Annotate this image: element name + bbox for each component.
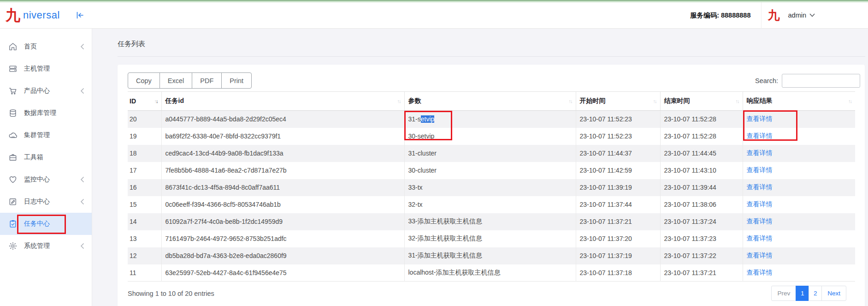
pagination-page-1[interactable]: 1	[796, 286, 809, 301]
cell-id: 20	[128, 111, 161, 128]
cell-param: localhost-添加主机获取主机信息	[404, 264, 576, 282]
search-input[interactable]	[782, 74, 860, 88]
view-details-link[interactable]: 查看详情	[747, 269, 773, 276]
pagination: Prev12Next	[771, 286, 846, 301]
column-header-结束时间[interactable]: 结束时间↑↓	[660, 92, 743, 111]
sidebar-item-label: 日志中心	[24, 198, 50, 206]
column-label: 响应结果	[747, 97, 773, 105]
cell-end-time: 23-10-07 11:38:06	[660, 196, 743, 213]
export-copy-button[interactable]: Copy	[128, 72, 160, 89]
view-details-link[interactable]: 查看详情	[747, 252, 773, 259]
sidebar-item-产品中心[interactable]: 产品中心	[0, 80, 92, 102]
table-row: 168673f41c-dc13-4f5a-894d-8c0aff7aa61133…	[128, 179, 855, 196]
cell-id: 12	[128, 247, 161, 264]
app-window: 九 niversal 服务编码: 88888888 九 admin 首页主机管理…	[0, 0, 868, 306]
brand: 九 niversal	[0, 2, 92, 28]
cell-param: 31-setvip	[404, 111, 576, 128]
table-row: 18ced9cac4-13cd-44b9-9a08-fb1dac9f133a31…	[128, 145, 855, 162]
table-row: 19ba69f2f2-6338-40e7-8bfd-8322cc9379f130…	[128, 128, 855, 145]
cell-start-time: 23-10-07 11:37:18	[576, 264, 660, 282]
view-details-link[interactable]: 查看详情	[747, 132, 773, 139]
view-details-link[interactable]: 查看详情	[747, 183, 773, 191]
column-label: 参数	[408, 97, 421, 105]
cell-id: 19	[128, 128, 161, 145]
host-server-icon	[8, 64, 18, 73]
pagination-next-button[interactable]: Next	[821, 286, 846, 301]
selected-text: etvip	[421, 115, 435, 123]
view-details-link[interactable]: 查看详情	[747, 166, 773, 174]
sidebar-item-label: 主机管理	[24, 65, 50, 73]
task-table-card: CopyExcelPDFPrint Search: ID↑↓任务id↑↓参数↑↓…	[118, 65, 865, 306]
chevron-left-icon	[80, 243, 84, 249]
sidebar-item-日志中心[interactable]: 日志中心	[0, 191, 92, 213]
cell-id: 18	[128, 145, 161, 162]
cell-response: 查看详情	[743, 264, 855, 282]
table-row: 12db5ba28d-bd7a-4363-b2e8-eda0ac2860f931…	[128, 247, 855, 264]
cell-start-time: 23-10-07 11:37:21	[576, 213, 660, 230]
column-header-响应结果[interactable]: 响应结果↑↓	[743, 92, 855, 111]
cell-start-time: 23-10-07 11:44:37	[576, 145, 660, 162]
cell-param: 31-cluster	[404, 145, 576, 162]
cell-param: 33-添加主机获取主机信息	[404, 213, 576, 230]
view-details-link[interactable]: 查看详情	[747, 234, 773, 242]
cell-task-id: ba69f2f2-6338-40e7-8bfd-8322cc9379f1	[161, 128, 404, 145]
cell-response: 查看详情	[743, 145, 855, 162]
pagination-prev-button[interactable]: Prev	[771, 286, 796, 301]
column-header-ID[interactable]: ID↑↓	[128, 92, 161, 111]
sidebar-item-系统管理[interactable]: 系统管理	[0, 235, 92, 257]
chevron-left-icon	[80, 198, 84, 205]
cell-response: 查看详情	[743, 111, 855, 128]
sidebar-item-label: 产品中心	[24, 87, 50, 95]
sidebar: 首页主机管理产品中心数据库管理集群管理工具箱监控中心日志中心任务中心系统管理	[0, 29, 92, 306]
table-row: 177fe8b5b6-4888-41a6-8ea2-c7d871a7e27b30…	[128, 162, 855, 179]
sidebar-item-数据库管理[interactable]: 数据库管理	[0, 102, 92, 124]
pagination-page-2[interactable]: 2	[809, 286, 822, 301]
search-box: Search:	[755, 74, 860, 88]
sidebar-item-label: 工具箱	[24, 153, 43, 162]
table-footer: Showing 1 to 10 of 20 entries Prev12Next	[128, 286, 855, 301]
view-details-link[interactable]: 查看详情	[747, 149, 773, 156]
cell-id: 13	[128, 230, 161, 247]
sidebar-item-label: 数据库管理	[24, 109, 56, 117]
product-cart-icon	[8, 86, 18, 96]
sidebar-collapse-icon[interactable]	[76, 12, 84, 21]
sort-icon: ↑↓	[736, 98, 740, 104]
cluster-cloud-icon	[8, 131, 18, 140]
cell-response: 查看详情	[743, 213, 855, 230]
cell-id: 17	[128, 162, 161, 179]
cell-end-time: 23-10-07 11:39:44	[660, 179, 743, 196]
cell-end-time: 23-10-07 11:37:23	[660, 230, 743, 247]
sidebar-item-监控中心[interactable]: 监控中心	[0, 168, 92, 191]
export-pdf-button[interactable]: PDF	[192, 72, 222, 89]
column-header-任务id[interactable]: 任务id↑↓	[161, 92, 404, 111]
column-label: 结束时间	[664, 97, 690, 105]
main-content: 任务列表 CopyExcelPDFPrint Search: ID↑↓任务id↑…	[92, 29, 868, 306]
top-green-strip	[0, 0, 868, 2]
cell-end-time: 23-10-07 11:44:45	[660, 145, 743, 162]
cell-response: 查看详情	[743, 230, 855, 247]
sidebar-item-首页[interactable]: 首页	[0, 36, 92, 58]
cell-start-time: 23-10-07 11:37:44	[576, 196, 660, 213]
sidebar-item-任务中心[interactable]: 任务中心	[0, 213, 92, 235]
column-header-开始时间[interactable]: 开始时间↑↓	[576, 92, 660, 111]
settings-gear-icon	[8, 241, 18, 251]
column-label: ID	[130, 97, 136, 105]
logo-icon: 九	[6, 8, 20, 23]
view-details-link[interactable]: 查看详情	[747, 217, 773, 225]
sidebar-item-主机管理[interactable]: 主机管理	[0, 58, 92, 80]
column-header-参数[interactable]: 参数↑↓	[404, 92, 576, 111]
sidebar-item-工具箱[interactable]: 工具箱	[0, 146, 92, 168]
cell-end-time: 23-10-07 11:37:22	[660, 247, 743, 264]
cell-task-id: 61092a7f-27f4-4c0a-be8b-1f2dc14959d9	[161, 213, 404, 230]
task-clipboard-icon	[8, 219, 18, 228]
cell-param: 30-setvip	[404, 128, 576, 145]
view-details-link[interactable]: 查看详情	[747, 115, 773, 122]
user-menu[interactable]: admin	[788, 12, 815, 19]
export-excel-button[interactable]: Excel	[159, 72, 192, 89]
export-print-button[interactable]: Print	[221, 72, 252, 89]
view-details-link[interactable]: 查看详情	[747, 200, 773, 208]
sidebar-item-集群管理[interactable]: 集群管理	[0, 124, 92, 146]
cell-start-time: 23-10-07 11:37:19	[576, 247, 660, 264]
sort-icon: ↑↓	[569, 98, 573, 104]
column-label: 开始时间	[580, 97, 606, 105]
